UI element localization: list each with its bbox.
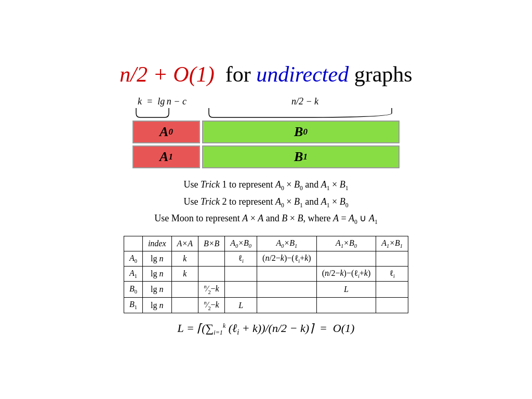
td-B0-bxb: n⁄2−k	[198, 282, 224, 298]
td-B0-a0b1	[257, 282, 317, 298]
td-A0-a1b0	[316, 251, 376, 266]
brace-right	[204, 107, 401, 118]
td-A0-axa: k	[171, 251, 198, 266]
box-B1: B1	[202, 145, 400, 168]
td-B1-label: B1	[124, 297, 142, 313]
td-A1-a0b1	[257, 267, 317, 282]
data-table: index A×A B×B A0×B0 A0×B1 A1×B0 A1×B1 A0…	[124, 236, 408, 314]
description: Use Trick 1 to represent A0 × B0 and A1 …	[37, 177, 495, 227]
td-B0-a1b1	[376, 282, 408, 298]
th-axa: A×A	[171, 236, 198, 251]
td-A0-label: A0	[124, 251, 142, 266]
td-A1-a1b1: ℓi	[376, 267, 408, 282]
th-bxb: B×B	[198, 236, 224, 251]
td-B0-a0b0	[225, 282, 257, 298]
desc-line-1: Use Trick 1 to represent A0 × B0 and A1 …	[37, 177, 495, 193]
brace-left	[131, 107, 198, 118]
td-A0-index: lg n	[142, 251, 171, 266]
page: n/2 + O(1) for undirected graphs k = lg …	[17, 51, 515, 347]
th-a0b1: A0×B1	[257, 236, 317, 251]
title: n/2 + O(1) for undirected graphs	[37, 62, 495, 87]
td-B0-a1b0: L	[316, 282, 376, 298]
th-a1b0: A1×B0	[316, 236, 376, 251]
table-row-B1: B1 lg n n⁄2−k L	[124, 297, 408, 313]
td-A0-bxb	[198, 251, 224, 266]
desc-line-3: Use Moon to represent A × A and B × B, w…	[37, 210, 495, 227]
td-B1-a1b0	[316, 297, 376, 313]
title-part2: for	[215, 62, 256, 86]
td-B1-index: lg n	[142, 297, 171, 313]
title-part4: graphs	[349, 62, 412, 86]
box-A1: A1	[132, 145, 200, 168]
td-B1-a0b1	[257, 297, 317, 313]
desc-line-2: Use Trick 2 to represent A0 × B1 and A1 …	[37, 194, 495, 210]
th-a1b1: A1×B1	[376, 236, 408, 251]
td-A0-a0b1: (n/2−k)−(ℓi+k)	[257, 251, 317, 266]
table-header-row: index A×A B×B A0×B0 A0×B1 A1×B0 A1×B1	[124, 236, 408, 251]
table-row-A0: A0 lg n k ℓi (n/2−k)−(ℓi+k)	[124, 251, 408, 266]
td-A1-a1b0: (n/2−k)−(ℓi+k)	[316, 267, 376, 282]
td-A1-index: lg n	[142, 267, 171, 282]
td-B0-index: lg n	[142, 282, 171, 298]
td-B1-bxb: n⁄2−k	[198, 297, 224, 313]
box-row-0: A0 B0	[132, 121, 400, 143]
th-empty	[124, 236, 142, 251]
td-B0-axa	[171, 282, 198, 298]
th-a0b0: A0×B0	[225, 236, 257, 251]
td-B1-axa	[171, 297, 198, 313]
box-B0: B0	[202, 121, 400, 143]
td-A0-a0b0: ℓi	[225, 251, 257, 266]
table-row-A1: A1 lg n k (n/2−k)−(ℓi+k) ℓi	[124, 267, 408, 282]
bottom-formula: L = ⌈(∑i=1k (ℓi + k))/(n/2 − k)⌉ = O(1)	[37, 322, 495, 337]
td-A1-label: A1	[124, 267, 142, 282]
equation-labels: k = lg n − c n/2 − k	[37, 96, 495, 107]
boxes-container: A0 B0 A1 B1	[37, 121, 495, 168]
label-nhalf: n/2 − k	[206, 96, 404, 107]
td-A1-bxb	[198, 267, 224, 282]
brace-row	[37, 107, 495, 118]
td-B1-a0b0: L	[225, 297, 257, 313]
box-A0: A0	[132, 121, 200, 143]
title-part1: n/2 + O(1)	[119, 62, 214, 86]
td-A0-a1b1	[376, 251, 408, 266]
label-k: k = lg n − c	[128, 96, 196, 107]
td-A1-a0b0	[225, 267, 257, 282]
th-index: index	[142, 236, 171, 251]
td-B0-label: B0	[124, 282, 142, 298]
td-A1-axa: k	[171, 267, 198, 282]
td-B1-a1b1	[376, 297, 408, 313]
box-row-1: A1 B1	[132, 145, 400, 168]
title-part3: undirected	[256, 62, 349, 86]
table-row-B0: B0 lg n n⁄2−k L	[124, 282, 408, 298]
